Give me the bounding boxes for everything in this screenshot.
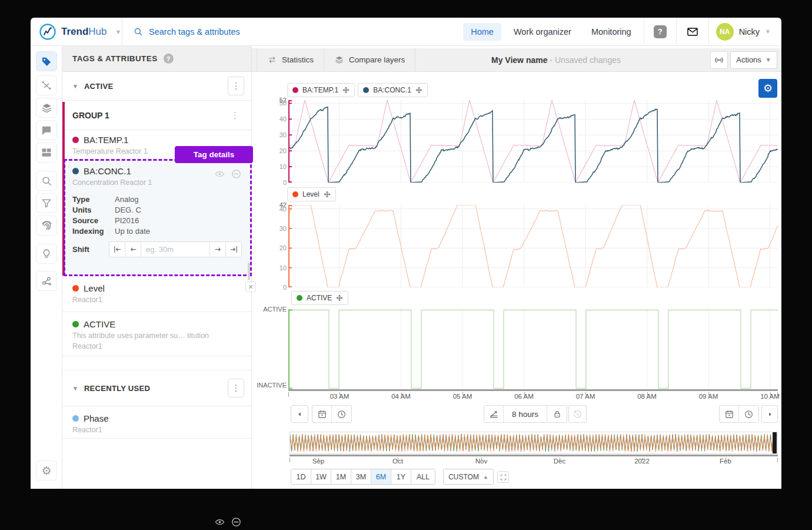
close-icon[interactable]: ✕ <box>245 281 256 292</box>
rail-context-button[interactable] <box>36 271 57 291</box>
section-active-menu-button[interactable]: ⋮ <box>228 77 244 95</box>
legend-chip-baconc[interactable]: BA:CONC.1 <box>358 83 428 97</box>
section-active-title: ACTIVE <box>84 82 228 91</box>
legend-chip-level[interactable]: Level <box>287 187 336 201</box>
y-tick-label: 20 <box>279 244 287 252</box>
rail-formulas-button[interactable] <box>36 75 57 95</box>
remove-icon[interactable] <box>231 168 242 180</box>
live-broadcast-button[interactable] <box>710 51 728 69</box>
brand-chevron-down-icon[interactable]: ▼ <box>115 28 121 35</box>
dashboard-icon <box>41 147 52 158</box>
rail-recommendations-button[interactable] <box>36 244 57 264</box>
rail-comments-button[interactable] <box>36 120 57 140</box>
brand-name: TrendHub <box>61 26 107 38</box>
history-undo-button[interactable] <box>568 405 587 423</box>
nav-link-home[interactable]: Home <box>463 23 501 41</box>
time-tick-label: 09 AM <box>699 393 718 400</box>
collapse-chevron-icon[interactable]: ▼ <box>72 83 78 90</box>
shift-right-button[interactable] <box>209 242 225 257</box>
legend-chip-batemp[interactable]: BA:TEMP.1 <box>287 83 355 97</box>
select-area-button[interactable] <box>497 471 509 483</box>
chevron-down-icon: ▼ <box>766 57 771 63</box>
chart-level[interactable] <box>288 205 778 290</box>
range-1w-button[interactable]: 1W <box>311 469 331 484</box>
tags-panel: TAGS & ATTRIBUTES ? ▼ ACTIVE ⋮ GROUP 1 ⋮… <box>62 46 252 489</box>
group-menu-button[interactable]: ⋮ <box>226 110 244 121</box>
rail-settings-button[interactable]: ⚙ <box>36 461 57 481</box>
rail-search-button[interactable] <box>36 171 57 191</box>
y-tick-label: 0 <box>283 283 287 292</box>
start-date-button[interactable] <box>312 406 332 422</box>
rail-tags-button[interactable] <box>36 51 57 71</box>
rail-layers-button[interactable] <box>36 98 57 118</box>
panel-help-icon[interactable]: ? <box>164 54 174 64</box>
range-all-button[interactable]: ALL <box>411 469 435 484</box>
overview-timeline[interactable] <box>289 432 778 454</box>
chart-active[interactable] <box>288 309 778 392</box>
rail-filter-button[interactable] <box>36 193 57 213</box>
remove-icon[interactable] <box>231 516 242 528</box>
shift-far-left-button[interactable] <box>109 242 125 257</box>
tag-row-active[interactable]: ACTIVE This attribute uses parameter su…… <box>62 312 251 356</box>
shift-far-right-button[interactable] <box>225 242 241 257</box>
rail-fingerprint-button[interactable] <box>36 216 57 236</box>
brand[interactable]: TrendHub ▼ <box>31 18 122 45</box>
range-6m-button[interactable]: 6M <box>371 469 391 484</box>
legend-chip-active[interactable]: ACTIVE <box>291 291 348 305</box>
tag-details-button[interactable]: Tag details <box>175 146 253 163</box>
tag-properties: TypeAnalog UnitsDEG. C SourcePI2016 Inde… <box>72 195 251 236</box>
pan-right-button[interactable] <box>761 405 778 423</box>
section-recently-used-menu-button[interactable]: ⋮ <box>228 379 244 398</box>
statistics-tab[interactable]: Statistics <box>257 48 324 71</box>
messages-button[interactable] <box>677 18 708 45</box>
start-time-button[interactable] <box>332 406 351 422</box>
group-row[interactable]: GROUP 1 ⋮ <box>62 101 251 130</box>
timeline-selection-handle[interactable] <box>773 432 777 453</box>
panel-scrollbar[interactable] <box>248 263 250 280</box>
range-1d-button[interactable]: 1D <box>291 469 311 484</box>
lock-duration-button[interactable] <box>547 406 567 422</box>
range-3m-button[interactable]: 3M <box>351 469 371 484</box>
tag-description: Concentration Reactor 1 <box>72 178 251 187</box>
left-icon-rail: ⚙ <box>31 46 62 489</box>
visibility-eye-icon[interactable] <box>214 516 225 528</box>
shift-row: Shift <box>72 241 251 257</box>
range-1m-button[interactable]: 1M <box>331 469 351 484</box>
time-tick-label: 06 AM <box>514 393 534 400</box>
time-tick-label: 07 AM <box>576 393 595 400</box>
tags-panel-header: TAGS & ATTRIBUTES ? <box>62 46 251 72</box>
chevron-up-icon: ▲ <box>483 474 488 480</box>
arrow-left-icon <box>297 411 303 418</box>
tag-row-phase[interactable]: Phase Reactor1 <box>62 406 251 439</box>
range-1y-button[interactable]: 1Y <box>391 469 411 484</box>
custom-range-button[interactable]: CUSTOM ▲ <box>443 469 494 485</box>
visibility-eye-icon[interactable] <box>214 168 225 180</box>
custom-label: CUSTOM <box>448 473 479 481</box>
help-button[interactable]: ? <box>644 18 676 45</box>
pan-left-button[interactable] <box>291 405 308 423</box>
filter-icon <box>41 197 52 209</box>
user-menu[interactable]: NA Nicky ▼ <box>709 23 781 41</box>
trend-mode-button[interactable] <box>484 406 504 422</box>
shift-left-button[interactable] <box>125 242 141 257</box>
move-icon <box>336 294 343 302</box>
tag-row-level[interactable]: Level Reactor1 <box>62 276 251 312</box>
section-recently-used-title: RECENTLY USED <box>84 384 228 393</box>
chart-temp-conc[interactable] <box>288 100 778 185</box>
prop-label: Source <box>72 216 115 225</box>
avatar: NA <box>716 23 734 41</box>
duration-button[interactable]: 8 hours <box>504 406 547 422</box>
compare-layers-tab[interactable]: Compare layers <box>324 48 415 71</box>
nav-link-work-organizer[interactable]: Work organizer <box>506 23 579 41</box>
collapse-chevron-icon[interactable]: ▼ <box>72 385 78 392</box>
chart-settings-button[interactable]: ⚙ <box>758 79 777 98</box>
shift-input[interactable] <box>141 242 209 257</box>
end-time-button[interactable] <box>739 406 758 422</box>
panel-title: TAGS & ATTRIBUTES <box>72 54 158 63</box>
end-date-button[interactable] <box>720 406 739 422</box>
global-search[interactable]: Search tags & attributes <box>122 26 463 37</box>
rail-dashboard-button[interactable] <box>36 143 57 163</box>
history-icon <box>573 409 583 419</box>
actions-button[interactable]: Actions ▼ <box>730 51 777 69</box>
nav-link-monitoring[interactable]: Monitoring <box>584 23 639 41</box>
